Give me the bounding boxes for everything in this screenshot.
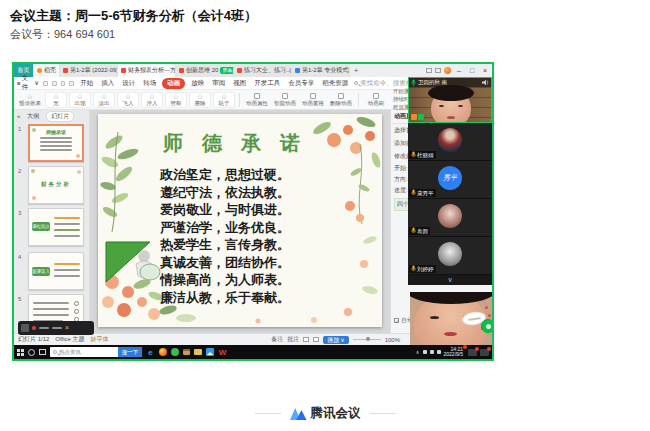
preset-flyin[interactable]: ☆飞入: [117, 92, 139, 108]
participant-video[interactable]: 秀平 康秀平: [408, 161, 492, 199]
self-view-video[interactable]: [410, 292, 492, 345]
maximize-button[interactable]: □: [467, 64, 477, 77]
notification-badge: [463, 345, 467, 349]
tencent-meeting-logo: [290, 407, 307, 420]
close-toolbar-icon[interactable]: ×: [65, 321, 69, 335]
hidden-icons-chevron[interactable]: ∧: [416, 349, 420, 355]
taskbar-search-box[interactable]: 热点资讯 搜一下: [50, 347, 142, 357]
preset-floatin[interactable]: ☆浮入: [141, 92, 163, 108]
auto-preview-checkbox[interactable]: ✓: [394, 318, 399, 323]
task-view-icon[interactable]: [39, 349, 46, 355]
tab-document-4[interactable]: 练习大全、练习..(完).pdf: [234, 64, 292, 77]
menu-transition[interactable]: 转场: [141, 78, 158, 89]
zoom-slider[interactable]: [353, 339, 381, 340]
delete-animation-button[interactable]: 删除动画: [328, 93, 354, 107]
slide-thumb-2[interactable]: 财务分析: [28, 166, 84, 204]
start-button[interactable]: [17, 349, 24, 356]
record-icon[interactable]: [32, 326, 36, 330]
preset-wipe[interactable]: ☆擦除: [189, 92, 211, 108]
tab-layout-icon[interactable]: [426, 68, 432, 73]
tray-app-2[interactable]: [480, 349, 489, 356]
cortana-icon[interactable]: [28, 349, 35, 356]
current-slide[interactable]: 师 德 承 诺 政治坚定，思想过硬。 遵纪守法，依法执教。 爱岗敬业，与时俱进。…: [98, 114, 382, 327]
tray-app-1[interactable]: [468, 349, 477, 356]
tab-document-1[interactable]: 第1-2章 (2022-09) .ppt: [60, 64, 118, 77]
preset-fade[interactable]: ☆淡出: [93, 92, 115, 108]
store-icon[interactable]: [183, 349, 190, 355]
sorter-view-icon[interactable]: [313, 337, 319, 342]
animation-pane-button[interactable]: 动画窗格: [300, 93, 326, 107]
tab-document-5[interactable]: 第1-2章 专业模式内(A4)用: [292, 64, 350, 77]
tab-outline[interactable]: 大纲: [23, 112, 43, 121]
sticker-dot: [485, 306, 488, 309]
print-icon[interactable]: [52, 81, 57, 86]
photos-icon[interactable]: [206, 348, 214, 356]
slide-thumb-1[interactable]: 师德承诺: [28, 124, 84, 162]
collapse-panel-icon[interactable]: «: [17, 113, 20, 119]
notes-button[interactable]: 备注: [271, 335, 283, 344]
undo-icon[interactable]: [61, 81, 66, 86]
battery-icon[interactable]: [423, 350, 427, 354]
preset-split[interactable]: ☆劈裂: [165, 92, 187, 108]
menu-review[interactable]: 审阅: [210, 78, 227, 89]
preset-appear[interactable]: ☆出现: [69, 92, 91, 108]
tab-slides[interactable]: 幻灯片: [46, 111, 74, 122]
slide-body-text: 政治坚定，思想过硬。 遵纪守法，依法执教。 爱岗敬业，与时俱进。 严谨治学，业务…: [160, 166, 290, 306]
active-speaker-name: 卫园的秋 南: [418, 79, 480, 86]
menu-design[interactable]: 设计: [120, 78, 137, 89]
menu-animation-active[interactable]: 动画: [162, 78, 185, 89]
participant-video[interactable]: 刘婷婷: [408, 237, 492, 275]
tab-list-icon[interactable]: [435, 68, 441, 73]
meeting-quick-button[interactable]: [481, 319, 494, 333]
search-icon: [354, 81, 358, 85]
new-tab-button[interactable]: +: [350, 64, 362, 77]
preset-none[interactable]: ☆无: [45, 92, 67, 108]
slide-thumb-3[interactable]: 课程简介: [28, 208, 84, 246]
floating-share-toolbar[interactable]: ×: [18, 321, 94, 335]
menu-start[interactable]: 开始: [78, 78, 95, 89]
theme-name[interactable]: Office 主题: [55, 335, 84, 344]
taskbar-clock[interactable]: 14:21 2022/9/5: [444, 347, 465, 358]
smart-animation-button[interactable]: 智能动画: [272, 93, 298, 107]
save-icon[interactable]: [43, 81, 48, 86]
edge-icon[interactable]: e: [146, 348, 155, 357]
preset-effects-button[interactable]: ☆预设效果: [17, 93, 43, 107]
close-button[interactable]: ×: [480, 64, 490, 77]
tab-document-2[interactable]: 财务报表分析—方信(2022-09): [118, 64, 176, 77]
firefox-icon[interactable]: [159, 348, 167, 356]
windows-taskbar: 热点资讯 搜一下 e W ∧ 14:21 2022/9/5: [14, 345, 492, 359]
preset-wheel[interactable]: ☆轮子: [213, 92, 235, 108]
slide-thumb-4[interactable]: 新课导入: [28, 252, 84, 290]
ppt-file-icon: [121, 68, 126, 73]
expand-participants-button[interactable]: ∨: [408, 275, 492, 285]
menu-member[interactable]: 会员专享: [286, 78, 316, 89]
participant-video[interactable]: 杜丽娟: [408, 123, 492, 161]
menu-docer-res[interactable]: 稻壳资源: [320, 78, 350, 89]
animation-painter-button[interactable]: 动画刷: [363, 93, 389, 107]
menu-insert[interactable]: 插入: [99, 78, 116, 89]
wps-upgrade-icon[interactable]: [444, 67, 451, 74]
network-icon[interactable]: [437, 350, 441, 354]
menu-devtools[interactable]: 开发工具: [252, 78, 282, 89]
animation-props-button[interactable]: 动画属性: [244, 93, 270, 107]
menu-slideshow[interactable]: 放映: [189, 78, 206, 89]
thumb-number: 3: [18, 210, 21, 216]
active-speaker-video[interactable]: 卫园的秋 南: [408, 77, 492, 123]
camera-icon[interactable]: [21, 324, 29, 332]
play-slideshow-button[interactable]: 播放∨: [323, 336, 348, 344]
thumb-number: 1: [18, 126, 21, 132]
browser-icon[interactable]: [171, 348, 179, 356]
volume-icon[interactable]: [430, 350, 434, 354]
wps-icon[interactable]: W: [218, 348, 227, 357]
tab-document-3[interactable]: 创新思维 20屏幕共享: [176, 64, 234, 77]
missing-font-warning[interactable]: 缺字体: [91, 335, 109, 344]
comments-button[interactable]: 批注: [287, 335, 299, 344]
file-explorer-icon[interactable]: [194, 349, 202, 355]
menu-view[interactable]: 视图: [231, 78, 248, 89]
normal-view-icon[interactable]: [303, 337, 309, 342]
footer: 腾讯会议: [0, 405, 650, 422]
participant-video[interactable]: 袁圆: [408, 199, 492, 237]
redo-icon[interactable]: [69, 81, 74, 86]
minimize-button[interactable]: –: [454, 64, 464, 77]
search-go-button[interactable]: 搜一下: [118, 347, 142, 357]
